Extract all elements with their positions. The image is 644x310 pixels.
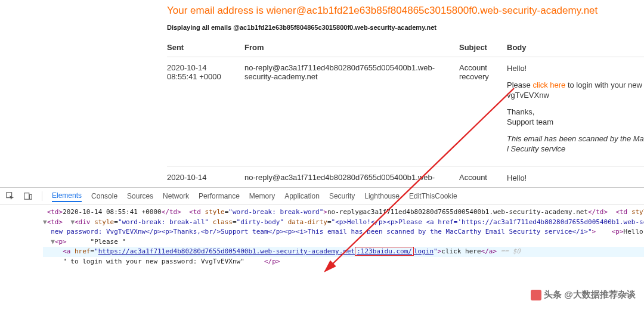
devtools-tabs: Elements Console Sources Network Perform… <box>0 188 644 205</box>
table-row: 2020-10-14 08:55:41 +0000 no-reply@ac3a1… <box>167 57 644 167</box>
tab-editthiscookie[interactable]: EditThisCookie <box>409 191 457 202</box>
tab-application[interactable]: Application <box>284 191 320 202</box>
table-header-row: Sent From Subject Body <box>167 39 644 57</box>
dom-tree[interactable]: <td>2020-10-14 08:55:41 +0000</td> <td s… <box>0 205 644 266</box>
dom-node[interactable]: ▼<td> <box>43 218 63 226</box>
col-body-header: Body <box>507 39 644 57</box>
toutiao-icon <box>531 290 541 300</box>
tab-elements[interactable]: Elements <box>52 190 82 202</box>
dom-node[interactable]: <td>2020-10-14 08:55:41 +0000</td> <box>43 208 181 216</box>
title-prefix: Your email address is <box>167 5 267 16</box>
svg-rect-2 <box>30 194 32 199</box>
displaying-caption: Displaying all emails @ac1b1fd21e63b85f8… <box>167 24 644 31</box>
user-email: wiener@ac1b1fd21e63b85f804865c3015800f0.… <box>267 5 598 16</box>
body-hello: Hello! <box>507 63 644 74</box>
dom-node[interactable]: <td style="word-break: break-word">Accou… <box>612 208 644 216</box>
dom-text[interactable]: "Please " <box>70 238 126 246</box>
tab-console[interactable]: Console <box>91 191 117 202</box>
col-from-header: From <box>244 39 459 57</box>
dom-node[interactable]: <p>Hello!</p> <box>600 228 644 235</box>
page-title: Your email address is wiener@ac1b1fd21e6… <box>167 5 644 17</box>
tab-memory[interactable]: Memory <box>249 191 275 202</box>
col-sent-header: Sent <box>167 39 244 57</box>
tab-network[interactable]: Network <box>163 191 189 202</box>
watermark: 头条 @大数据推荐杂谈 <box>531 289 636 300</box>
dom-node[interactable]: <td style="word-break: break-word">no-re… <box>185 208 608 216</box>
dom-node[interactable]: ▼<div style="word-break: break-all" clas… <box>67 218 644 226</box>
body-hello: Hello! <box>507 173 644 184</box>
cell-sent: 2020-10-14 08:55:41 +0000 <box>167 57 244 167</box>
dom-node[interactable]: new password: VvgTvEVXnw</p><p>Thanks,<b… <box>43 228 596 235</box>
inspect-icon[interactable] <box>6 192 14 200</box>
cell-body: Hello! Please click here to login with y… <box>507 57 644 167</box>
body-please: Please click here to login with your new… <box>507 80 644 101</box>
highlighted-url-segment: :123baidu.com/ <box>355 247 414 256</box>
tab-sources[interactable]: Sources <box>127 191 153 202</box>
click-here-link[interactable]: click here <box>532 80 565 89</box>
tab-lighthouse[interactable]: Lighthouse <box>364 191 400 202</box>
tab-security[interactable]: Security <box>329 191 355 202</box>
dom-node[interactable]: ▼<p> <box>43 238 67 246</box>
cell-from: no-reply@ac3a1f711ed4b80280d7655d005400b… <box>244 57 459 167</box>
dom-node-selected[interactable]: <a href="https://ac3a1f711ed4b80280d7655… <box>43 247 644 257</box>
col-subject-header: Subject <box>459 39 507 57</box>
dom-node[interactable]: </p> <box>248 258 280 265</box>
body-scanned: This email has been scanned by the MacCa… <box>507 134 644 154</box>
cell-subject: Account recovery <box>459 57 507 167</box>
body-thanks: Thanks,Support team <box>507 107 644 128</box>
separator <box>42 191 42 201</box>
tab-performance[interactable]: Performance <box>199 191 240 202</box>
device-icon[interactable] <box>24 192 32 200</box>
svg-rect-1 <box>24 193 29 200</box>
dom-text[interactable]: " to login with your new password: VvgTv… <box>43 258 244 265</box>
